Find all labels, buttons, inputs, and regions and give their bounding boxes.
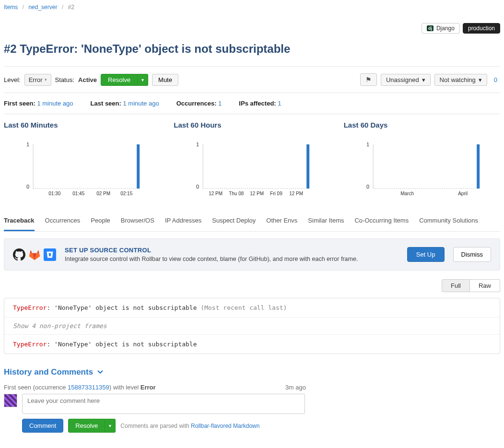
- tab-people[interactable]: People: [91, 213, 110, 231]
- history-heading[interactable]: History and Comments: [4, 367, 500, 377]
- flag-icon: ⚑: [365, 76, 372, 83]
- last-seen-label: Last seen:: [91, 100, 121, 107]
- gitlab-icon: [28, 248, 41, 261]
- error-msg: : 'NoneType' object is not subscriptable: [47, 341, 197, 348]
- chevron-down-icon: ▾: [479, 76, 482, 83]
- assignee-dropdown[interactable]: Unassigned ▾: [381, 74, 431, 86]
- dismiss-button[interactable]: Dismiss: [453, 247, 492, 262]
- history-time-ago: 3m ago: [285, 384, 306, 391]
- y-tick-1: 1: [366, 141, 369, 147]
- occurrences-label: Occurrences:: [176, 100, 217, 107]
- tab-browser-os[interactable]: Browser/OS: [121, 213, 154, 231]
- comment-input[interactable]: [22, 394, 305, 414]
- meta-row: First seen: 1 minute ago Last seen: 1 mi…: [4, 100, 500, 107]
- environment-tag-label: production: [468, 25, 495, 32]
- tab-other-envs[interactable]: Other Envs: [266, 213, 297, 231]
- avatar: [4, 394, 17, 407]
- breadcrumb-project[interactable]: ned_server: [28, 4, 57, 11]
- occurrence-id-link[interactable]: 158873311359: [68, 384, 109, 391]
- framework-tag[interactable]: dj Django: [422, 23, 460, 34]
- resolve-button[interactable]: Resolve: [101, 74, 138, 86]
- y-tick-1: 1: [196, 141, 199, 147]
- integrations-icons: [13, 248, 56, 261]
- divider: [4, 93, 500, 93]
- error-msg: : 'NoneType' object is not subscriptable: [47, 304, 200, 311]
- first-seen-value[interactable]: 1 minute ago: [37, 100, 73, 107]
- source-control-heading: SET UP SOURCE CONTROL: [65, 247, 399, 254]
- view-raw-button[interactable]: Raw: [470, 279, 500, 292]
- environment-tag[interactable]: production: [463, 23, 500, 34]
- comment-resolve-group: Resolve ▾: [68, 419, 116, 433]
- comment-button[interactable]: Comment: [22, 419, 63, 433]
- watch-value: Not watching: [440, 76, 476, 83]
- tab-ip-addresses[interactable]: IP Addresses: [165, 213, 201, 231]
- bitbucket-icon: [44, 248, 56, 261]
- comment-row: [4, 394, 500, 414]
- tab-co-occurring[interactable]: Co-Occurring Items: [354, 213, 409, 231]
- svg-rect-6: [44, 248, 56, 261]
- level-value: Error: [29, 76, 43, 83]
- x-tick: Fri 09: [270, 191, 282, 196]
- breadcrumb-sep: /: [23, 4, 24, 11]
- y-tick-0: 0: [196, 184, 199, 189]
- mute-button[interactable]: Mute: [152, 74, 178, 86]
- chart-last-60-days: Last 60 Days 1 0 March April: [344, 121, 500, 200]
- traceback-header-line: TypeError: 'NoneType' object is not subs…: [4, 298, 500, 318]
- tab-similar-items[interactable]: Similar Items: [308, 213, 344, 231]
- divider: [4, 66, 500, 67]
- divider: [4, 114, 500, 114]
- first-seen-suffix: ) with level: [109, 384, 141, 391]
- history-first-seen-row: First seen (occurrence 158873311359) wit…: [4, 384, 306, 391]
- status-label: Status:: [55, 76, 74, 83]
- tab-community-solutions[interactable]: Community Solutions: [419, 213, 478, 231]
- chart-bar: [306, 144, 309, 189]
- x-tick: March: [400, 191, 414, 196]
- comment-actions: Comment Resolve ▾ Comments are parsed wi…: [22, 419, 500, 433]
- view-full-button[interactable]: Full: [442, 279, 470, 292]
- markdown-link[interactable]: Rollbar-flavored Markdown: [191, 423, 259, 429]
- chart-bar: [137, 144, 140, 189]
- history-heading-text: History and Comments: [4, 367, 93, 377]
- y-tick-0: 0: [366, 184, 369, 189]
- comment-resolve-button[interactable]: Resolve: [68, 419, 105, 433]
- x-tick: 02 PM: [96, 191, 110, 196]
- level-dropdown[interactable]: Error ▾: [24, 74, 51, 86]
- chart-hours-title: Last 60 Hours: [174, 121, 330, 129]
- y-tick-0: 0: [26, 184, 29, 189]
- x-tick: Thu 08: [229, 191, 244, 196]
- breadcrumb-items[interactable]: Items: [4, 4, 18, 11]
- chart-last-60-minutes: Last 60 Minutes 1 0 01:30 01:45 02 PM 02…: [4, 121, 160, 200]
- tab-traceback[interactable]: Traceback: [4, 213, 35, 231]
- watch-dropdown[interactable]: Not watching ▾: [434, 74, 487, 86]
- chevron-down-icon: ▾: [45, 77, 47, 82]
- x-tick: 12 PM: [250, 191, 264, 196]
- tab-suspect-deploy[interactable]: Suspect Deploy: [212, 213, 256, 231]
- error-name: TypeError: [13, 341, 47, 348]
- ips-value[interactable]: 1: [278, 100, 281, 107]
- occurrences-value[interactable]: 1: [218, 100, 222, 107]
- view-toggle: Full Raw: [4, 279, 500, 292]
- source-control-body: Integrate source control with Rollbar to…: [65, 256, 399, 262]
- tab-occurrences[interactable]: Occurrences: [45, 213, 81, 231]
- assignee-value: Unassigned: [386, 76, 419, 83]
- chart-last-60-hours: Last 60 Hours 1 0 12 PM Thu 08 12 PM Fri…: [174, 121, 330, 200]
- chevron-down-icon: ▾: [422, 76, 425, 83]
- flag-button[interactable]: ⚑: [360, 73, 377, 86]
- source-control-banner: SET UP SOURCE CONTROL Integrate source c…: [4, 238, 500, 271]
- traceback-frame-line: TypeError: 'NoneType' object is not subs…: [4, 335, 500, 354]
- watchers-count[interactable]: 0: [491, 76, 500, 83]
- setup-button[interactable]: Set Up: [407, 247, 445, 262]
- tags-row: dj Django production: [4, 23, 500, 34]
- expand-frames-button[interactable]: Show 4 non-project frames: [4, 318, 500, 335]
- comment-resolve-dropdown[interactable]: ▾: [105, 419, 116, 433]
- status-value: Active: [78, 76, 97, 83]
- resolve-dropdown-button[interactable]: ▾: [138, 74, 148, 86]
- page-title: #2 TypeError: 'NoneType' object is not s…: [4, 42, 500, 56]
- ips-label: IPs affected:: [239, 100, 276, 107]
- chart-bar: [477, 144, 480, 189]
- x-tick: 12 PM: [289, 191, 303, 196]
- last-seen-value[interactable]: 1 minute ago: [123, 100, 159, 107]
- breadcrumb-current: #2: [68, 4, 74, 11]
- chevron-down-icon: [97, 369, 104, 376]
- x-tick: 01:45: [72, 191, 84, 196]
